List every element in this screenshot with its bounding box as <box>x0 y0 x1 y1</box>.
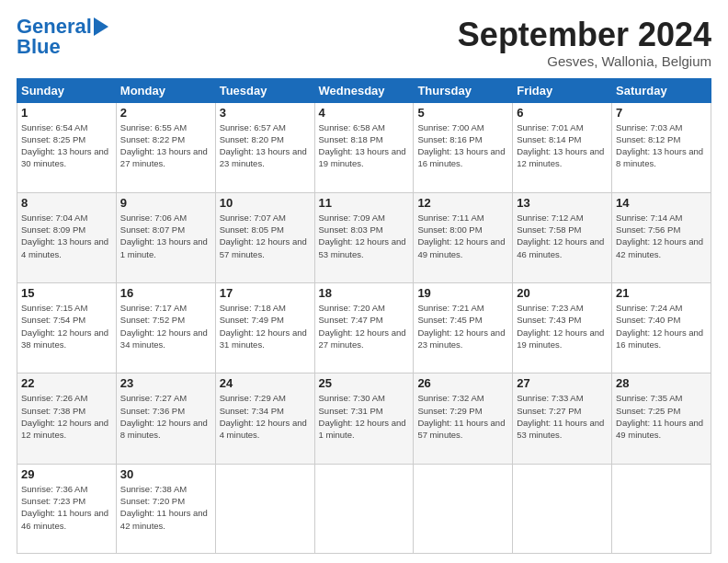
day-number: 8 <box>21 196 112 210</box>
day-number: 14 <box>616 196 707 210</box>
day-info: Sunrise: 7:07 AMSunset: 8:05 PMDaylight:… <box>220 213 307 259</box>
calendar-cell: 1 Sunrise: 6:54 AMSunset: 8:25 PMDayligh… <box>17 102 117 192</box>
calendar-cell: 25 Sunrise: 7:30 AMSunset: 7:31 PMDaylig… <box>314 373 414 464</box>
day-number: 15 <box>21 286 112 300</box>
day-info: Sunrise: 7:00 AMSunset: 8:16 PMDaylight:… <box>417 122 505 169</box>
weekday-header-wednesday: Wednesday <box>314 78 414 102</box>
day-info: Sunrise: 7:12 AMSunset: 7:58 PMDaylight:… <box>517 213 604 259</box>
calendar-cell <box>513 464 612 553</box>
day-number: 25 <box>319 376 410 390</box>
weekday-header-monday: Monday <box>116 78 215 102</box>
calendar-cell: 17 Sunrise: 7:18 AMSunset: 7:49 PMDaylig… <box>215 283 314 373</box>
calendar-cell: 19 Sunrise: 7:21 AMSunset: 7:45 PMDaylig… <box>414 283 513 373</box>
calendar: SundayMondayTuesdayWednesdayThursdayFrid… <box>17 78 711 554</box>
day-info: Sunrise: 7:24 AMSunset: 7:40 PMDaylight:… <box>616 303 703 350</box>
calendar-cell: 20 Sunrise: 7:23 AMSunset: 7:43 PMDaylig… <box>513 283 612 373</box>
day-number: 9 <box>120 196 211 210</box>
weekday-header-saturday: Saturday <box>612 78 711 102</box>
day-number: 1 <box>21 106 112 120</box>
day-info: Sunrise: 7:29 AMSunset: 7:34 PMDaylight:… <box>220 393 307 440</box>
calendar-cell <box>414 464 513 553</box>
calendar-cell: 12 Sunrise: 7:11 AMSunset: 8:00 PMDaylig… <box>414 192 513 282</box>
calendar-cell: 13 Sunrise: 7:12 AMSunset: 7:58 PMDaylig… <box>513 192 612 282</box>
calendar-cell: 30 Sunrise: 7:38 AMSunset: 7:20 PMDaylig… <box>116 464 215 553</box>
day-number: 10 <box>220 196 311 210</box>
calendar-cell: 5 Sunrise: 7:00 AMSunset: 8:16 PMDayligh… <box>414 102 513 192</box>
weekday-header-tuesday: Tuesday <box>215 78 314 102</box>
day-number: 24 <box>220 376 311 390</box>
day-number: 21 <box>616 286 707 300</box>
day-info: Sunrise: 7:36 AMSunset: 7:23 PMDaylight:… <box>21 484 108 531</box>
day-number: 23 <box>120 376 211 390</box>
header: General Blue September 2024 Gesves, Wall… <box>17 17 711 69</box>
logo-blue-text: Blue <box>17 37 61 57</box>
day-info: Sunrise: 6:57 AMSunset: 8:20 PMDaylight:… <box>220 122 307 169</box>
day-info: Sunrise: 7:26 AMSunset: 7:38 PMDaylight:… <box>21 393 108 440</box>
day-number: 22 <box>21 376 112 390</box>
calendar-cell: 22 Sunrise: 7:26 AMSunset: 7:38 PMDaylig… <box>17 373 117 464</box>
calendar-cell: 2 Sunrise: 6:55 AMSunset: 8:22 PMDayligh… <box>116 102 215 192</box>
calendar-cell: 27 Sunrise: 7:33 AMSunset: 7:27 PMDaylig… <box>513 373 612 464</box>
logo: General Blue <box>17 17 108 57</box>
day-number: 12 <box>417 196 508 210</box>
calendar-cell: 16 Sunrise: 7:17 AMSunset: 7:52 PMDaylig… <box>116 283 215 373</box>
day-number: 3 <box>220 106 311 120</box>
day-number: 7 <box>616 106 707 120</box>
day-number: 30 <box>120 467 211 481</box>
calendar-cell: 28 Sunrise: 7:35 AMSunset: 7:25 PMDaylig… <box>612 373 711 464</box>
calendar-cell: 8 Sunrise: 7:04 AMSunset: 8:09 PMDayligh… <box>17 192 117 282</box>
day-info: Sunrise: 7:04 AMSunset: 8:09 PMDaylight:… <box>21 213 108 259</box>
day-info: Sunrise: 7:14 AMSunset: 7:56 PMDaylight:… <box>616 213 703 259</box>
title-block: September 2024 Gesves, Wallonia, Belgium <box>458 17 711 69</box>
day-info: Sunrise: 7:20 AMSunset: 7:47 PMDaylight:… <box>319 303 406 350</box>
calendar-cell: 11 Sunrise: 7:09 AMSunset: 8:03 PMDaylig… <box>314 192 414 282</box>
day-info: Sunrise: 7:06 AMSunset: 8:07 PMDaylight:… <box>120 213 208 259</box>
day-info: Sunrise: 7:03 AMSunset: 8:12 PMDaylight:… <box>616 122 703 169</box>
calendar-cell: 3 Sunrise: 6:57 AMSunset: 8:20 PMDayligh… <box>215 102 314 192</box>
day-info: Sunrise: 6:54 AMSunset: 8:25 PMDaylight:… <box>21 122 108 169</box>
day-info: Sunrise: 7:27 AMSunset: 7:36 PMDaylight:… <box>120 393 208 440</box>
calendar-cell: 7 Sunrise: 7:03 AMSunset: 8:12 PMDayligh… <box>612 102 711 192</box>
weekday-header-thursday: Thursday <box>414 78 513 102</box>
day-number: 4 <box>319 106 410 120</box>
day-info: Sunrise: 7:11 AMSunset: 8:00 PMDaylight:… <box>417 213 505 259</box>
calendar-cell: 24 Sunrise: 7:29 AMSunset: 7:34 PMDaylig… <box>215 373 314 464</box>
calendar-cell <box>215 464 314 553</box>
day-info: Sunrise: 7:38 AMSunset: 7:20 PMDaylight:… <box>120 484 208 531</box>
logo-text: General <box>17 17 92 37</box>
calendar-cell: 26 Sunrise: 7:32 AMSunset: 7:29 PMDaylig… <box>414 373 513 464</box>
calendar-cell: 21 Sunrise: 7:24 AMSunset: 7:40 PMDaylig… <box>612 283 711 373</box>
day-number: 11 <box>319 196 410 210</box>
day-info: Sunrise: 7:33 AMSunset: 7:27 PMDaylight:… <box>517 393 604 440</box>
day-number: 19 <box>417 286 508 300</box>
location: Gesves, Wallonia, Belgium <box>458 53 711 69</box>
day-info: Sunrise: 6:58 AMSunset: 8:18 PMDaylight:… <box>319 122 406 169</box>
calendar-cell: 14 Sunrise: 7:14 AMSunset: 7:56 PMDaylig… <box>612 192 711 282</box>
day-number: 28 <box>616 376 707 390</box>
weekday-header-sunday: Sunday <box>17 78 117 102</box>
day-info: Sunrise: 6:55 AMSunset: 8:22 PMDaylight:… <box>120 122 208 169</box>
day-info: Sunrise: 7:17 AMSunset: 7:52 PMDaylight:… <box>120 303 208 350</box>
calendar-cell: 9 Sunrise: 7:06 AMSunset: 8:07 PMDayligh… <box>116 192 215 282</box>
weekday-header-friday: Friday <box>513 78 612 102</box>
calendar-cell: 15 Sunrise: 7:15 AMSunset: 7:54 PMDaylig… <box>17 283 117 373</box>
day-number: 13 <box>517 196 608 210</box>
day-number: 17 <box>220 286 311 300</box>
day-number: 5 <box>417 106 508 120</box>
day-info: Sunrise: 7:30 AMSunset: 7:31 PMDaylight:… <box>319 393 406 440</box>
day-info: Sunrise: 7:18 AMSunset: 7:49 PMDaylight:… <box>220 303 307 350</box>
calendar-cell: 6 Sunrise: 7:01 AMSunset: 8:14 PMDayligh… <box>513 102 612 192</box>
calendar-cell <box>314 464 414 553</box>
day-info: Sunrise: 7:01 AMSunset: 8:14 PMDaylight:… <box>517 122 604 169</box>
day-number: 27 <box>517 376 608 390</box>
logo-arrow-icon <box>94 17 108 36</box>
day-info: Sunrise: 7:09 AMSunset: 8:03 PMDaylight:… <box>319 213 406 259</box>
day-number: 6 <box>517 106 608 120</box>
calendar-cell: 18 Sunrise: 7:20 AMSunset: 7:47 PMDaylig… <box>314 283 414 373</box>
day-info: Sunrise: 7:23 AMSunset: 7:43 PMDaylight:… <box>517 303 604 350</box>
day-number: 20 <box>517 286 608 300</box>
day-number: 16 <box>120 286 211 300</box>
day-number: 18 <box>319 286 410 300</box>
day-info: Sunrise: 7:32 AMSunset: 7:29 PMDaylight:… <box>417 393 505 440</box>
day-info: Sunrise: 7:35 AMSunset: 7:25 PMDaylight:… <box>616 393 703 440</box>
